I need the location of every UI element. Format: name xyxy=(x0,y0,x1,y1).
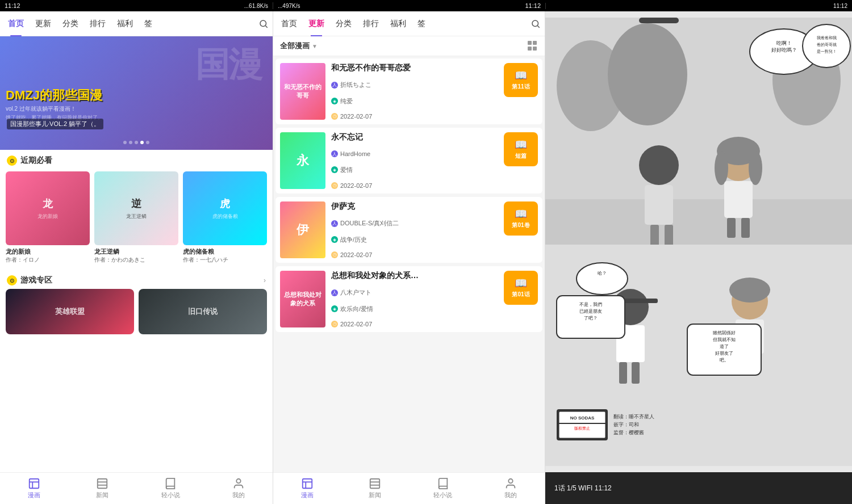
mid-bnav-mine-label: 我的 xyxy=(504,491,517,499)
mid-nav: 首页 更新 分类 排行 福利 签 xyxy=(273,11,545,36)
update-meta-1a: 人 折纸ちよこ xyxy=(331,81,498,89)
chapter-label-1: 第11话 xyxy=(512,83,529,91)
mid-nav-rank[interactable]: 排行 xyxy=(357,11,385,36)
svg-rect-12 xyxy=(370,479,380,489)
svg-point-15 xyxy=(509,479,513,483)
update-item-3[interactable]: 伊 伊萨克 人 DOUBLE-S/真刈信二 ◈ 战争/历史 ◷ 2022-02-… xyxy=(275,197,542,263)
update-item-1[interactable]: 和无恶不作的哥哥 和无恶不作的哥哥恋爱 人 折纸ちよこ ◈ 纯爱 ◷ 2022-… xyxy=(275,58,542,124)
book-icon xyxy=(28,477,40,490)
middle-panel: 首页 更新 分类 排行 福利 签 全部漫 xyxy=(273,11,545,504)
chapter-label-2: 短篇 xyxy=(515,152,527,160)
game-card-2[interactable]: 旧口传说 xyxy=(139,289,267,334)
bnav-novel[interactable]: 轻小说 xyxy=(136,473,204,504)
manga-author-1: 作者：イロノ xyxy=(6,256,90,264)
left-scroll[interactable]: 国漫 DMZJ的那些国漫 vol.2 过年就该躺平看漫画！ 饿了就吃，累了就睡，… xyxy=(0,36,273,472)
right-panel-time: 11:12 xyxy=(833,3,847,9)
update-meta-3b: ◈ 战争/历史 xyxy=(331,236,498,244)
update-thumb-1: 和无恶不作的哥哥 xyxy=(280,63,325,120)
update-meta-2c: ◷ 2022-02-07 xyxy=(331,182,498,189)
svg-text:但我就不知: 但我就不知 xyxy=(713,337,736,342)
filter-label: 全部漫画 xyxy=(280,41,310,51)
reader-bottom-bar: 1话 1/5 WIFI 11:12 xyxy=(545,472,852,504)
nav-sign[interactable]: 签 xyxy=(139,11,158,36)
update-chapter-3[interactable]: 📖 第01卷 xyxy=(504,201,538,236)
update-chapter-2[interactable]: 📖 短篇 xyxy=(504,132,538,166)
chapter-label-3: 第01卷 xyxy=(512,221,529,229)
genre-icon-3: ◈ xyxy=(331,236,338,243)
mid-search-button[interactable] xyxy=(529,17,542,31)
genre-icon: ◈ xyxy=(331,98,338,104)
update-chapter-1[interactable]: 📖 第11话 xyxy=(504,63,538,97)
update-list[interactable]: 和无恶不作的哥哥 和无恶不作的哥哥恋爱 人 折纸ちよこ ◈ 纯爱 ◷ 2022-… xyxy=(273,56,545,472)
svg-text:嵌字：司和: 嵌字：司和 xyxy=(613,422,639,427)
update-item-4[interactable]: 总想和我处对象的犬系 总想和我处对象的犬系… 人 八木户マト ◈ 欢乐向/爱情 … xyxy=(275,266,542,332)
svg-text:好好吃嗎？: 好好吃嗎？ xyxy=(771,47,797,53)
left-panel: 首页 更新 分类 排行 福利 签 国 xyxy=(0,11,273,504)
update-meta-2a: 人 HardHome xyxy=(331,150,498,157)
svg-rect-9 xyxy=(303,479,312,489)
nav-update[interactable]: 更新 xyxy=(30,11,57,36)
mid-nav-update[interactable]: 更新 xyxy=(303,11,330,36)
manga-card-3[interactable]: 虎 虎的储备粮 虎的储备粮 作者：一七八ハチ xyxy=(183,171,267,264)
game-card-1[interactable]: 英雄联盟 xyxy=(6,289,134,334)
nav-welfare[interactable]: 福利 xyxy=(111,11,139,36)
update-meta-1c: ◷ 2022-02-07 xyxy=(331,113,498,120)
banner[interactable]: 国漫 DMZJ的那些国漫 vol.2 过年就该躺平看漫画！ 饿了就吃，累了就睡，… xyxy=(0,36,273,150)
nav-category[interactable]: 分类 xyxy=(57,11,84,36)
date-icon-2: ◷ xyxy=(331,182,338,189)
svg-rect-21 xyxy=(545,199,852,245)
manga-reader[interactable]: 吃啊！ 好好吃嗎？ 我爸爸和我 爸的哥哥就 是一對兒！ xyxy=(545,11,852,472)
bnav-mine[interactable]: 我的 xyxy=(204,473,273,504)
mid-bnav-news[interactable]: 新闻 xyxy=(341,473,410,504)
author-icon-4: 人 xyxy=(331,289,338,296)
right-signal: ...497K/s xyxy=(278,3,300,9)
novel-icon xyxy=(164,477,177,490)
svg-text:是一對兒！: 是一對兒！ xyxy=(817,49,837,54)
svg-rect-67 xyxy=(559,423,605,424)
games-more[interactable]: › xyxy=(264,276,266,284)
mid-nav-category[interactable]: 分类 xyxy=(330,11,357,36)
mid-nav-sign[interactable]: 签 xyxy=(412,11,431,36)
manga-page-svg: 吃啊！ 好好吃嗎？ 我爸爸和我 爸的哥哥就 是一對兒！ xyxy=(545,11,852,472)
manga-title-1: 龙的新娘 xyxy=(6,247,90,256)
mid-bnav-manga[interactable]: 漫画 xyxy=(273,473,341,504)
banner-logo: DMZJ的那些国漫 xyxy=(6,87,103,104)
svg-text:版权禁止: 版权禁止 xyxy=(574,426,590,430)
right-time: 11:12 xyxy=(525,2,541,9)
section-games-title: ⊙ 游戏专区 xyxy=(7,275,52,285)
update-info-2: 永不忘记 人 HardHome ◈ 爱情 ◷ 2022-02-07 xyxy=(331,132,498,189)
nav-home[interactable]: 首页 xyxy=(2,11,30,36)
filter-right[interactable] xyxy=(528,41,538,51)
author-icon-3: 人 xyxy=(331,220,338,227)
mid-nav-home[interactable]: 首页 xyxy=(275,11,303,36)
chevron-down-icon: ▼ xyxy=(312,43,318,49)
chapter-label-4: 第01话 xyxy=(512,291,529,299)
svg-point-29 xyxy=(715,151,728,185)
book-chapter-icon: 📖 xyxy=(515,69,527,82)
author-icon-2: 人 xyxy=(331,150,338,157)
nav-rank[interactable]: 排行 xyxy=(84,11,111,36)
manga-card-2[interactable]: 逆 龙王逆鳞 龙王逆鳞 作者：かわのあきこ xyxy=(94,171,178,264)
bnav-manga[interactable]: 漫画 xyxy=(0,473,68,504)
mid-bnav-mine[interactable]: 我的 xyxy=(477,473,545,504)
update-thumb-2: 永 xyxy=(280,132,325,189)
update-chapter-4[interactable]: 📖 第01话 xyxy=(504,271,538,305)
bnav-news[interactable]: 新闻 xyxy=(68,473,136,504)
mid-bnav-manga-label: 漫画 xyxy=(301,491,314,499)
genre-icon-4: ◈ xyxy=(331,305,338,312)
svg-rect-23 xyxy=(639,18,679,23)
mid-nav-welfare[interactable]: 福利 xyxy=(385,11,412,36)
manga-card-1[interactable]: 龙 龙的新娘 龙的新娘 作者：イロノ xyxy=(6,171,90,264)
update-meta-3a: 人 DOUBLE-S/真刈信二 xyxy=(331,219,498,228)
update-meta-3c: ◷ 2022-02-07 xyxy=(331,251,498,258)
manga-thumb-3: 虎 虎的储备粮 xyxy=(183,171,267,245)
mid-bnav-novel[interactable]: 轻小说 xyxy=(409,473,477,504)
search-button[interactable] xyxy=(257,17,270,31)
mid-filter: 全部漫画 ▼ xyxy=(273,36,545,56)
svg-text:吃啊！: 吃啊！ xyxy=(776,40,792,46)
update-item-2[interactable]: 永 永不忘记 人 HardHome ◈ 爱情 ◷ 2022-02-07 xyxy=(275,128,542,194)
filter-dropdown[interactable]: 全部漫画 ▼ xyxy=(280,41,318,51)
svg-point-19 xyxy=(608,23,687,125)
update-title-4: 总想和我处对象的犬系… xyxy=(331,271,498,281)
svg-rect-26 xyxy=(665,225,673,247)
